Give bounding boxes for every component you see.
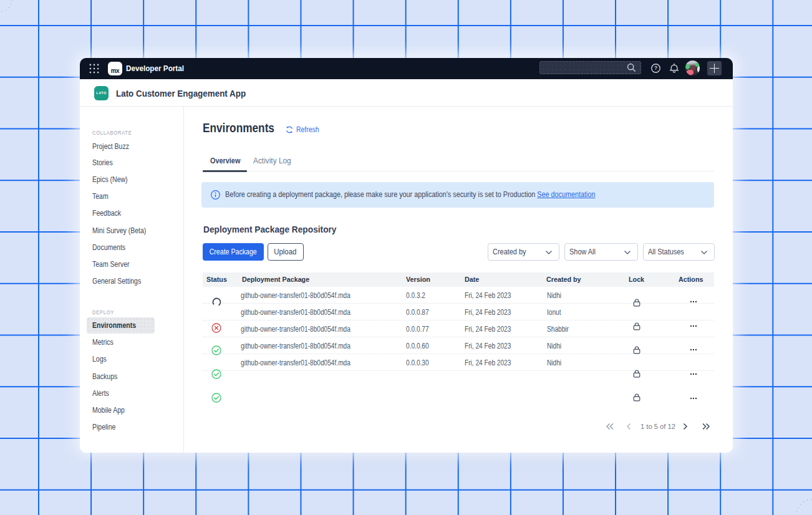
svg-text:?: ? [654,65,657,71]
